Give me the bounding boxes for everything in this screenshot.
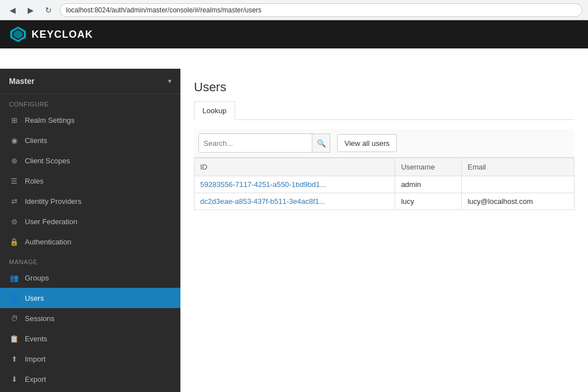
sidebar-item-label: Roles — [25, 177, 43, 185]
clients-icon: ◉ — [9, 135, 19, 145]
app-header: KEYCLOAK — [0, 20, 588, 48]
client-scopes-icon: ⊛ — [9, 155, 19, 166]
sidebar-item-roles[interactable]: ☰ Roles — [0, 171, 180, 191]
users-table: ID Username Email 59283556-7117-4251-a55… — [194, 158, 574, 210]
realm-selector[interactable]: Master ▾ — [0, 69, 180, 94]
logo: KEYCLOAK — [9, 25, 93, 43]
sidebar-item-user-federation[interactable]: ⊜ User Federation — [0, 211, 180, 231]
groups-icon: 👥 — [9, 273, 19, 283]
search-icon: 🔍 — [317, 139, 326, 148]
column-header-email: Email — [462, 158, 574, 176]
user-username-cell: admin — [395, 176, 462, 193]
export-icon: ⬇ — [9, 374, 19, 384]
sidebar-item-identity-providers[interactable]: ⇄ Identity Providers — [0, 191, 180, 211]
browser-toolbar: ◀ ▶ ↻ localhost:8024/auth/admin/master/c… — [0, 0, 588, 20]
logo-text: KEYCLOAK — [32, 29, 93, 41]
user-username-cell: lucy — [395, 193, 462, 210]
sidebar-item-label: Import — [25, 355, 46, 363]
sidebar-item-groups[interactable]: 👥 Groups — [0, 268, 180, 288]
sidebar-item-realm-settings[interactable]: ⊞ Realm Settings — [0, 110, 180, 130]
sidebar-item-export[interactable]: ⬇ Export — [0, 369, 180, 389]
search-input[interactable] — [199, 134, 312, 152]
sessions-icon: ⏱ — [9, 313, 19, 323]
user-id-cell[interactable]: 59283556-7117-4251-a550-1bd9bd1... — [194, 176, 395, 193]
search-row: 🔍 View all users — [194, 129, 574, 158]
page-title: Users — [194, 80, 574, 95]
users-icon: 👤 — [9, 293, 19, 303]
sidebar-item-label: Events — [25, 335, 47, 343]
configure-section-label: Configure — [0, 94, 180, 110]
search-button[interactable]: 🔍 — [312, 134, 330, 152]
user-federation-icon: ⊜ — [9, 216, 19, 226]
sidebar-item-import[interactable]: ⬆ Import — [0, 349, 180, 369]
sidebar-item-label: Client Scopes — [25, 157, 70, 165]
column-header-id: ID — [194, 158, 395, 176]
sidebar-item-label: Users — [25, 294, 44, 302]
url-bar[interactable]: localhost:8024/auth/admin/master/console… — [60, 3, 582, 17]
realm-settings-icon: ⊞ — [9, 115, 19, 125]
realm-name: Master — [9, 77, 34, 86]
column-header-username: Username — [395, 158, 462, 176]
manage-section-label: Manage — [0, 252, 180, 268]
realm-dropdown-arrow-icon: ▾ — [168, 77, 171, 85]
user-email-cell — [462, 176, 574, 193]
sidebar-item-label: Groups — [25, 274, 49, 282]
sidebar-item-label: Identity Providers — [25, 197, 81, 206]
roles-icon: ☰ — [9, 176, 19, 186]
user-id-cell[interactable]: dc2d3eae-a853-437f-b511-3e4ac8f1... — [194, 193, 395, 210]
tab-lookup[interactable]: Lookup — [194, 101, 235, 120]
table-header-row: ID Username Email — [194, 158, 574, 176]
sidebar-item-label: Clients — [25, 136, 47, 145]
import-icon: ⬆ — [9, 354, 19, 364]
identity-providers-icon: ⇄ — [9, 196, 19, 206]
forward-button[interactable]: ▶ — [24, 3, 37, 17]
reload-button[interactable]: ↻ — [42, 3, 55, 17]
sidebar-item-sessions[interactable]: ⏱ Sessions — [0, 308, 180, 328]
main-content: Users Lookup 🔍 View all users ID Usernam… — [180, 69, 588, 392]
table-row: dc2d3eae-a853-437f-b511-3e4ac8f1...lucyl… — [194, 193, 574, 210]
url-text: localhost:8024/auth/admin/master/console… — [66, 6, 262, 14]
sidebar-item-label: Realm Settings — [25, 116, 74, 124]
authentication-icon: 🔒 — [9, 237, 19, 247]
view-all-users-button[interactable]: View all users — [337, 134, 397, 152]
keycloak-logo-icon — [9, 25, 27, 43]
user-id-link[interactable]: dc2d3eae-a853-437f-b511-3e4ac8f1... — [200, 197, 325, 206]
table-row: 59283556-7117-4251-a550-1bd9bd1...admin — [194, 176, 574, 193]
user-email-cell: lucy@localhost.com — [462, 193, 574, 210]
sidebar-item-client-scopes[interactable]: ⊛ Client Scopes — [0, 150, 180, 171]
sidebar-item-label: Export — [25, 375, 46, 384]
sidebar-item-clients[interactable]: ◉ Clients — [0, 130, 180, 150]
user-id-link[interactable]: 59283556-7117-4251-a550-1bd9bd1... — [200, 180, 326, 189]
sidebar-item-authentication[interactable]: 🔒 Authentication — [0, 231, 180, 252]
tab-bar: Lookup — [194, 101, 574, 120]
back-button[interactable]: ◀ — [6, 3, 19, 17]
events-icon: 📋 — [9, 333, 19, 344]
search-input-wrap: 🔍 — [198, 133, 330, 153]
sidebar-item-events[interactable]: 📋 Events — [0, 328, 180, 349]
sidebar-item-users[interactable]: 👤 Users — [0, 288, 180, 308]
sidebar-item-label: User Federation — [25, 217, 77, 226]
sidebar-item-label: Authentication — [25, 238, 71, 246]
sidebar: Master ▾ Configure ⊞ Realm Settings ◉ Cl… — [0, 69, 180, 392]
app-layout: Master ▾ Configure ⊞ Realm Settings ◉ Cl… — [0, 20, 588, 392]
sidebar-item-label: Sessions — [25, 314, 55, 323]
